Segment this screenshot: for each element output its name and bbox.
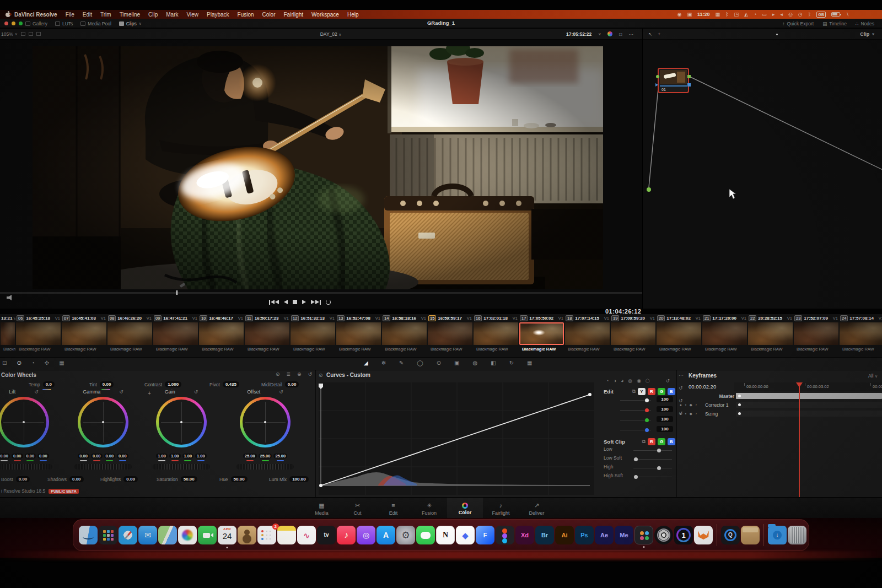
dock-mail-icon[interactable]: ✉ [138, 526, 157, 544]
wheel-control[interactable] [0, 397, 49, 447]
timeline-clip[interactable]: 1617:02:01:18V1Blackmagic RAW [473, 314, 519, 357]
clip-thumbnail[interactable] [107, 322, 152, 345]
keyframe-row-master[interactable]: Master [676, 392, 882, 401]
slider-track[interactable] [633, 450, 672, 451]
keyboard-layout[interactable]: GB [816, 12, 826, 18]
master-wheel[interactable] [236, 464, 294, 470]
timeline-clip[interactable]: 0616:45:25:18V1Blackmagic RAW [15, 314, 61, 357]
clip-thumbnail[interactable] [16, 322, 61, 345]
slider-handle[interactable] [645, 428, 649, 432]
slider-track[interactable] [633, 468, 672, 468]
blur-icon[interactable]: ◍ [473, 360, 478, 366]
clip-thumbnail[interactable] [611, 322, 655, 345]
dock-trash-icon[interactable] [788, 526, 806, 544]
tracker-icon[interactable]: ⊙ [437, 360, 441, 366]
pen-icon[interactable]: ∖ [846, 12, 849, 17]
slider-handle[interactable] [657, 466, 661, 470]
tab-edit[interactable]: ≡Edit [375, 498, 411, 520]
clip-thumbnail[interactable] [199, 322, 244, 345]
viewer-zoom-select[interactable]: 105% ∨ [1, 31, 18, 37]
clock-icon[interactable]: ◷ [798, 12, 803, 17]
settings-icon[interactable]: ⊕ [297, 371, 302, 377]
curve-tool-6[interactable]: ⬡ [646, 378, 650, 384]
adjust-boost[interactable]: Boost0.00 [1, 476, 30, 482]
tab-media[interactable]: ▦Media [304, 498, 340, 520]
master-wheel[interactable] [0, 464, 52, 470]
toolbar-media-pool[interactable]: Media Pool [80, 21, 111, 26]
slider-handle[interactable] [634, 457, 638, 461]
adjust-highlights[interactable]: Highlights0.00 [100, 476, 138, 482]
play-button[interactable] [302, 299, 306, 305]
clip-thumbnail[interactable] [657, 322, 701, 345]
adjust-pivot[interactable]: Pivot0.435 [209, 381, 239, 387]
viewer-mode-icon-1[interactable] [21, 32, 25, 36]
timeline-clip[interactable]: 0816:46:26:20V1Blackmagic RAW [107, 314, 153, 357]
clip-thumbnail[interactable] [565, 322, 610, 345]
play-status-icon[interactable]: ▸ [772, 12, 775, 17]
adjust-lum-mix[interactable]: Lum Mix100.00 [269, 476, 309, 482]
key-icon[interactable]: ◧ [491, 360, 496, 366]
wheel-control[interactable] [78, 397, 128, 447]
shortcuts-icon[interactable]: ◎ [788, 12, 793, 17]
curve-tool-3[interactable]: ◕ [621, 378, 623, 384]
dock-adobe-illustrator-icon[interactable]: Ai [555, 526, 574, 544]
bars-mode-icon[interactable]: ≣ [287, 371, 291, 377]
dock-settings-icon[interactable]: ⚙ [396, 526, 415, 544]
slider-handle[interactable] [645, 418, 649, 422]
keyframes-playhead[interactable] [799, 382, 800, 497]
toolbar-clips[interactable]: Clips∨ [119, 21, 142, 26]
clip-thumbnail[interactable] [291, 322, 335, 345]
dock-appletv-icon[interactable]: tv [317, 526, 336, 544]
adjust-shadows[interactable]: Shadows0.00 [47, 476, 84, 482]
reset-icon[interactable]: ↺ [679, 385, 686, 391]
close-window-button[interactable] [4, 21, 8, 25]
node-mode-select[interactable]: Clip ∨ [860, 31, 882, 37]
timeline-clip[interactable]: 1116:50:17:23V1Blackmagic RAW [244, 314, 290, 357]
timeline-clip[interactable]: 1917:09:59:20V1Blackmagic RAW [610, 314, 656, 357]
dock-launchpad-icon[interactable] [99, 526, 117, 544]
slider-track[interactable] [620, 410, 651, 411]
link-channels-icon[interactable]: ⧉ [632, 389, 636, 395]
magic-mask-icon[interactable]: ▣ [454, 360, 459, 366]
clip-thumbnail[interactable] [794, 322, 838, 345]
crosshair-picker-icon[interactable]: + [148, 390, 151, 396]
slider-track[interactable] [620, 400, 651, 401]
slider-track[interactable] [633, 477, 672, 477]
menu-edit[interactable]: Edit [83, 12, 92, 18]
timeline-clip[interactable]: 1516:59:59:17V1Blackmagic RAW [427, 314, 473, 357]
adjust-saturation[interactable]: Saturation50.00 [157, 476, 197, 482]
creative-cloud-icon[interactable]: ◉ [677, 12, 682, 17]
softclip-b-button[interactable]: B [668, 438, 675, 445]
timeline-clip[interactable]: 1817:07:14:15V1Blackmagic RAW [564, 314, 610, 357]
channel-b-button[interactable]: B [668, 388, 675, 395]
timeline-clip[interactable]: 2017:13:48:02V1Blackmagic RAW [656, 314, 702, 357]
dock-adobe-bridge-icon[interactable]: Br [535, 526, 554, 544]
timeline-clip[interactable]: 0916:47:41:21V1Blackmagic RAW [153, 314, 198, 357]
tab-fairlight[interactable]: ♪Fairlight [483, 498, 519, 520]
menu-fusion[interactable]: Fusion [238, 12, 254, 18]
curve-tool-2[interactable]: ◑ [613, 378, 616, 384]
channel-g-button[interactable]: G [658, 388, 665, 395]
timeline-clip[interactable]: 1717:05:50:02V1Blackmagic RAW [519, 314, 564, 357]
curve-tool-5[interactable]: ◉ [637, 378, 641, 384]
adjust-temp[interactable]: Temp0.0 [29, 381, 55, 387]
dock-music-icon[interactable]: ♪ [337, 526, 356, 544]
menu-workspace[interactable]: Workspace [311, 12, 339, 18]
timeline-clip[interactable]: 1016:48:46:17V1Blackmagic RAW [198, 314, 244, 357]
curve-tool-1[interactable]: ◔ [606, 378, 609, 384]
clip-thumbnail[interactable] [840, 322, 882, 345]
reset-icon[interactable]: ↺ [194, 389, 198, 395]
master-wheel[interactable] [74, 464, 132, 470]
dock-adobe-aftereffects-icon[interactable]: Ae [595, 526, 614, 544]
bluetooth-2-icon[interactable]: ᛒ [808, 12, 811, 17]
zoom-window-button[interactable] [19, 21, 23, 25]
dock-maps-icon[interactable] [158, 526, 177, 544]
clip-thumbnail[interactable] [62, 322, 106, 345]
keyframe-track[interactable] [736, 411, 882, 417]
goto-start-button[interactable] [269, 299, 279, 305]
wheel-center-dot[interactable] [102, 421, 104, 423]
viewer-options-icon[interactable]: ··· [629, 31, 634, 37]
dock-downloads-icon[interactable]: ↓ [768, 526, 787, 544]
viewer-timecode[interactable]: 17:05:52:22 [566, 31, 591, 37]
step-back-button[interactable] [284, 299, 288, 305]
